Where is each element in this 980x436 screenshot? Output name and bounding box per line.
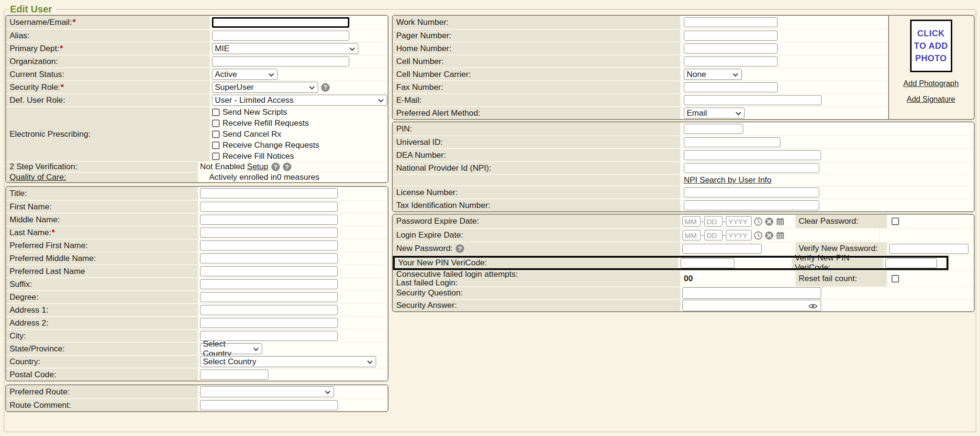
row-tax-identification-number-label: Tax Identification Number:	[396, 201, 490, 210]
row-last-name: Last Name:	[6, 226, 388, 239]
row-first-name-input[interactable]	[200, 202, 338, 212]
help-icon[interactable]	[456, 244, 464, 253]
row-national-provider-id-npi-input[interactable]	[684, 163, 819, 173]
row-universal-id-input[interactable]	[684, 137, 780, 147]
row-new-password-extra-input[interactable]	[889, 244, 969, 254]
row-work-number-input[interactable]	[684, 17, 778, 27]
row-current-status-select[interactable]: Active	[212, 69, 278, 80]
row-row-link[interactable]: NPI Search by User Info	[684, 175, 771, 185]
checkbox-icon[interactable]	[212, 109, 220, 116]
row-row: NPI Search by User Info	[393, 174, 974, 185]
row-new-password-input[interactable]	[682, 244, 762, 254]
row-organization-label-cell: Organization:	[6, 55, 210, 67]
row-pager-number-input[interactable]	[684, 31, 778, 41]
row-e-mail-input[interactable]	[684, 95, 822, 105]
clock-icon[interactable]	[754, 231, 763, 240]
add-photograph-link[interactable]: Add Photograph	[903, 79, 959, 88]
row-cell-number-input[interactable]	[684, 56, 778, 66]
row-electronic-prescribing-option-receive-refill-requests[interactable]: Receive Refill Requests	[212, 118, 319, 129]
row-work-number: Work Number:	[393, 16, 888, 29]
row-middle-name-input[interactable]	[200, 215, 338, 225]
row-postal-code-input[interactable]	[200, 370, 268, 380]
help-icon[interactable]	[271, 163, 280, 171]
row-address-1-input[interactable]	[200, 305, 338, 315]
row-login-expire-date-date-part-0[interactable]: MM	[682, 230, 701, 240]
row-primary-dept: Primary Dept:MIE	[6, 42, 388, 54]
x-circle-icon[interactable]	[765, 217, 774, 226]
calendar-icon[interactable]	[776, 217, 785, 226]
row-national-provider-id-npi-value-cell	[681, 162, 974, 174]
row-license-number-input[interactable]	[684, 187, 819, 197]
clock-icon[interactable]	[754, 217, 763, 226]
row-city-input[interactable]	[200, 331, 338, 341]
eye-icon[interactable]	[809, 302, 817, 312]
row-electronic-prescribing-option-send-new-scripts[interactable]: Send New Scripts	[212, 107, 319, 118]
row-e-mail-value-cell	[681, 94, 888, 106]
checkbox-icon[interactable]	[212, 120, 220, 127]
checkbox-icon[interactable]	[212, 131, 220, 138]
row-primary-dept-select[interactable]: MIE	[212, 43, 358, 54]
row-address-2-input[interactable]	[200, 318, 338, 328]
row-preferred-route-select[interactable]	[200, 386, 334, 397]
row-fax-number-input[interactable]	[684, 82, 778, 92]
add-signature-link[interactable]: Add Signature	[907, 95, 955, 104]
row-license-number-label: License Number:	[396, 188, 458, 197]
row-organization-input[interactable]	[212, 56, 349, 66]
row-electronic-prescribing: Electronic Prescribing:Send New ScriptsR…	[6, 106, 388, 161]
row-password-expire-date-extra-label: Clear Password:	[799, 217, 858, 226]
add-photo-placeholder[interactable]: CLICK TO ADD PHOTO	[910, 20, 952, 72]
checkbox-icon[interactable]	[212, 142, 220, 149]
row-electronic-prescribing-option-receive-change-requests[interactable]: Receive Change Requests	[212, 140, 319, 151]
row-password-expire-date-date-part-0[interactable]: MM	[682, 216, 701, 227]
row-country-select[interactable]: Select Country	[200, 356, 376, 367]
help-icon[interactable]	[283, 163, 291, 171]
row-login-expire-date-date-part-2[interactable]: YYYY	[726, 230, 752, 240]
row-your-new-pin-vericode-extra-input[interactable]	[885, 258, 937, 268]
x-circle-icon[interactable]	[765, 231, 774, 240]
row-2-step-verification-status-text: Not Enabled	[200, 162, 247, 172]
row-cell-number-carrier-select[interactable]: None	[684, 69, 742, 80]
row-login-expire-date-date-part-1[interactable]: DD	[704, 230, 723, 240]
row-alias-input[interactable]	[212, 31, 349, 41]
row-pin-input[interactable]	[684, 124, 743, 134]
row-route-comment-input[interactable]	[200, 400, 338, 410]
row-suffix-input[interactable]	[200, 279, 338, 289]
row-security-question-label: Security Question:	[396, 288, 463, 298]
row-electronic-prescribing-option-label: Receive Refill Requests	[223, 119, 309, 128]
row-security-answer-input[interactable]	[682, 300, 821, 311]
row-tax-identification-number-input[interactable]	[684, 200, 819, 210]
row-password-expire-date-extra-checkbox[interactable]	[891, 218, 899, 225]
row-password-expire-date-date: MMDDYYYY	[682, 216, 785, 227]
row-consecutive-failed-login-attempts-extra-checkbox[interactable]	[891, 275, 899, 283]
row-your-new-pin-vericode-input[interactable]	[680, 258, 735, 268]
row-degree: Degree:	[6, 290, 388, 303]
row-preferred-alert-method-select[interactable]: Email	[684, 108, 745, 119]
row-state-province-select[interactable]: Select Country	[200, 343, 262, 354]
row-preferred-last-name-value-cell	[199, 265, 388, 277]
row-quality-of-care-label[interactable]: Quality of Care:	[10, 173, 66, 182]
row-electronic-prescribing-option-receive-fill-notices[interactable]: Receive Fill Notices	[212, 151, 319, 162]
row-2-step-verification-setup-link[interactable]: Setup	[247, 162, 268, 172]
row-security-question-input[interactable]	[682, 287, 821, 299]
row-security-role-select[interactable]: SuperUser	[212, 82, 318, 93]
checkbox-icon[interactable]	[212, 153, 220, 160]
row-electronic-prescribing-option-send-cancel-rx[interactable]: Send Cancel Rx	[212, 129, 319, 140]
row-preferred-last-name-input[interactable]	[200, 266, 338, 276]
row-dea-number-input[interactable]	[684, 150, 821, 160]
row-password-expire-date-date-part-2[interactable]: YYYY	[726, 216, 752, 227]
row-def-user-role-select[interactable]: User - Limited Access	[212, 95, 387, 106]
help-icon[interactable]	[321, 83, 330, 92]
row-title-input[interactable]	[200, 188, 338, 198]
calendar-icon[interactable]	[776, 231, 785, 240]
row-preferred-middle-name-input[interactable]	[200, 253, 338, 263]
row-license-number: License Number:	[393, 185, 974, 198]
row-e-mail: E-Mail:	[393, 93, 888, 106]
row-home-number-input[interactable]	[684, 44, 778, 54]
row-last-name-input[interactable]	[200, 228, 338, 238]
row-password-expire-date-date-part-1[interactable]: DD	[704, 216, 723, 227]
row-degree-input[interactable]	[200, 292, 338, 302]
row-address-2-label-cell: Address 2:	[6, 317, 198, 329]
row-consecutive-failed-login-attempts-label-line2: Last failed Login:	[396, 279, 458, 287]
row-preferred-first-name-input[interactable]	[200, 240, 338, 251]
row-username-email-input[interactable]	[212, 17, 349, 28]
